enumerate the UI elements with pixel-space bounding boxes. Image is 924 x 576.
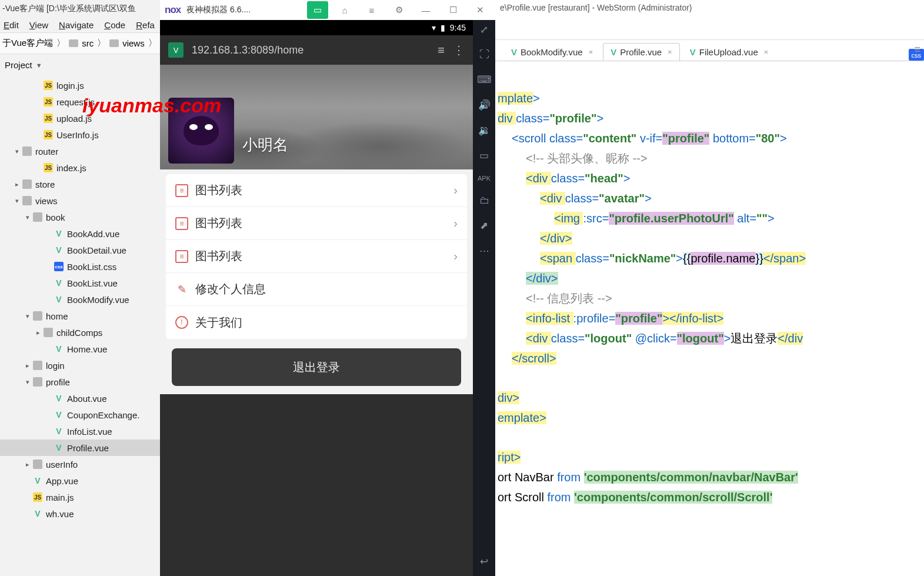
info-item[interactable]: ✎修改个人信息 <box>166 273 467 306</box>
window-title-left: -Vue客户端 [D:\毕业系统调试区\双鱼 <box>0 0 160 18</box>
apk-icon[interactable]: APK <box>478 175 491 182</box>
nox-store-icon[interactable]: ▭ <box>307 1 328 19</box>
logout-button[interactable]: 退出登录 <box>172 348 461 386</box>
minimize-icon[interactable]: — <box>415 1 436 19</box>
tree-item-Home-vue[interactable]: VHome.vue <box>0 341 160 357</box>
vue-file-icon: V <box>54 427 64 436</box>
close-icon[interactable]: × <box>589 48 593 56</box>
tree-item-userInfo[interactable]: ▸userInfo <box>0 456 160 472</box>
tree-item-BookDetail-vue[interactable]: VBookDetail.vue <box>0 242 160 258</box>
tree-item-BookList-css[interactable]: cssBookList.css <box>0 258 160 275</box>
tree-item-childComps[interactable]: ▸childComps <box>0 324 160 341</box>
kebab-icon[interactable]: ⋮ <box>453 43 465 57</box>
breadcrumb-root[interactable]: 于Vue客户端 <box>2 38 53 49</box>
chevron-icon[interactable]: ▸ <box>13 181 21 188</box>
main-menu: Edit View Navigate Code Refa <box>0 18 160 32</box>
screen-icon[interactable]: ▭ <box>479 149 489 162</box>
menu-code[interactable]: Code <box>104 20 125 30</box>
folder-icon <box>109 39 119 47</box>
breadcrumb-src[interactable]: src <box>82 38 94 48</box>
close-icon[interactable]: ✕ <box>469 1 491 19</box>
nox-menu-icon[interactable]: ≡ <box>361 1 382 19</box>
info-item[interactable]: ≡图书列表› <box>166 207 467 240</box>
tree-item-home[interactable]: ▾home <box>0 308 160 324</box>
chevron-icon[interactable]: ▾ <box>13 197 21 205</box>
project-tool-header[interactable]: Project▼ <box>0 54 160 76</box>
vue-file-icon: V <box>54 410 64 419</box>
vol-down-icon[interactable]: 🔉 <box>478 124 491 136</box>
menu-view[interactable]: View <box>29 20 48 30</box>
menu-edit[interactable]: Edit <box>4 20 19 30</box>
tree-item-wh-vue[interactable]: Vwh.vue <box>0 505 160 522</box>
tree-item-store[interactable]: ▸store <box>0 176 160 192</box>
back-icon[interactable]: ↩ <box>480 555 488 568</box>
folder-icon <box>33 361 42 370</box>
editor-config-icon[interactable]: ≡ <box>914 44 920 56</box>
tree-item-BookAdd-vue[interactable]: VBookAdd.vue <box>0 225 160 242</box>
folder-icon[interactable]: 🗀 <box>479 195 489 207</box>
vue-file-icon: V <box>54 278 64 288</box>
tree-item-About-vue[interactable]: VAbout.vue <box>0 390 160 407</box>
tree-item-label: InfoList.vue <box>67 427 112 437</box>
rocket-icon[interactable]: ⬈ <box>480 219 488 232</box>
tab-profile[interactable]: VProfile.vue× <box>603 43 679 61</box>
tree-item-main-js[interactable]: JSmain.js <box>0 489 160 505</box>
chevron-icon[interactable]: ▸ <box>24 362 32 369</box>
tree-item-router[interactable]: ▾router <box>0 143 160 159</box>
nox-settings-icon[interactable]: ⚙ <box>388 1 409 19</box>
chevron-icon[interactable]: ▾ <box>13 148 21 155</box>
chevron-icon[interactable]: ▸ <box>34 329 42 337</box>
nox-titlebar: nox 夜神模拟器 6.6.... ▭ ⌂ ≡ ⚙ — ☐ ✕ <box>160 0 495 20</box>
tree-item-InfoList-vue[interactable]: VInfoList.vue <box>0 423 160 440</box>
tree-item-Profile-vue[interactable]: VProfile.vue <box>0 440 160 456</box>
nox-home-icon[interactable]: ⌂ <box>334 1 355 19</box>
close-icon[interactable]: × <box>668 48 672 56</box>
tree-item-request-js[interactable]: JSrequest.js <box>0 94 160 110</box>
status-time: 9:45 <box>450 23 466 32</box>
info-item[interactable]: ≡图书列表› <box>166 174 467 207</box>
maximize-icon[interactable]: ☐ <box>442 1 463 19</box>
pen-icon: ✎ <box>175 283 188 296</box>
tree-item-label: login.js <box>56 81 84 91</box>
code-editor[interactable]: mplate> div class="profile"> <scroll cla… <box>495 61 924 516</box>
window-title-right: e\Profile.vue [restaurant] - WebStorm (A… <box>495 0 924 16</box>
avatar[interactable] <box>168 98 234 164</box>
tree-item-login[interactable]: ▸login <box>0 357 160 374</box>
hamburger-icon[interactable]: ≡ <box>438 44 445 57</box>
tree-item-BookList-vue[interactable]: VBookList.vue <box>0 275 160 291</box>
chevron-icon[interactable]: ▾ <box>24 378 32 386</box>
tree-item-UserInfo-js[interactable]: JSUserInfo.js <box>0 126 160 143</box>
tree-item-label: book <box>46 212 65 222</box>
tree-item-CouponExchange-[interactable]: VCouponExchange. <box>0 407 160 423</box>
tree-item-label: wh.vue <box>46 509 74 519</box>
chevron-icon[interactable]: ▾ <box>24 312 32 320</box>
tree-item-profile[interactable]: ▾profile <box>0 374 160 390</box>
tree-item-BookModify-vue[interactable]: VBookModify.vue <box>0 291 160 308</box>
tree-item-login-js[interactable]: JSlogin.js <box>0 77 160 94</box>
more-icon[interactable]: ⋯ <box>479 245 489 257</box>
tree-item-upload-js[interactable]: JSupload.js <box>0 110 160 126</box>
tree-item-index-js[interactable]: JSindex.js <box>0 159 160 176</box>
breadcrumb: 于Vue客户端〉 src〉 views〉 <box>0 32 160 54</box>
breadcrumb-views[interactable]: views <box>122 38 145 48</box>
chevron-icon[interactable]: ▸ <box>24 461 32 468</box>
keyboard-icon[interactable]: ⌨ <box>477 74 492 86</box>
close-icon[interactable]: × <box>764 48 769 56</box>
folder-icon <box>69 39 78 47</box>
info-item[interactable]: ≡图书列表› <box>166 240 467 273</box>
chevron-right-icon: › <box>453 184 458 197</box>
tree-item-book[interactable]: ▾book <box>0 209 160 225</box>
vue-file-icon: V <box>54 344 64 354</box>
chevron-icon[interactable]: ▾ <box>24 214 32 221</box>
menu-refactor[interactable]: Refa <box>136 20 155 30</box>
vol-up-icon[interactable]: 🔊 <box>478 99 491 111</box>
tree-item-App-vue[interactable]: VApp.vue <box>0 472 160 489</box>
expand-icon[interactable]: ⤢ <box>480 24 488 36</box>
tree-item-views[interactable]: ▾views <box>0 192 160 209</box>
menu-navigate[interactable]: Navigate <box>59 20 94 30</box>
tab-fileupload[interactable]: VFileUpload.vue× <box>682 43 776 61</box>
info-item[interactable]: !关于我们 <box>166 306 467 339</box>
fullscreen-icon[interactable]: ⛶ <box>479 49 489 61</box>
tab-bookmodify[interactable]: VBookModify.vue× <box>503 43 601 61</box>
tree-item-label: login <box>46 361 65 371</box>
